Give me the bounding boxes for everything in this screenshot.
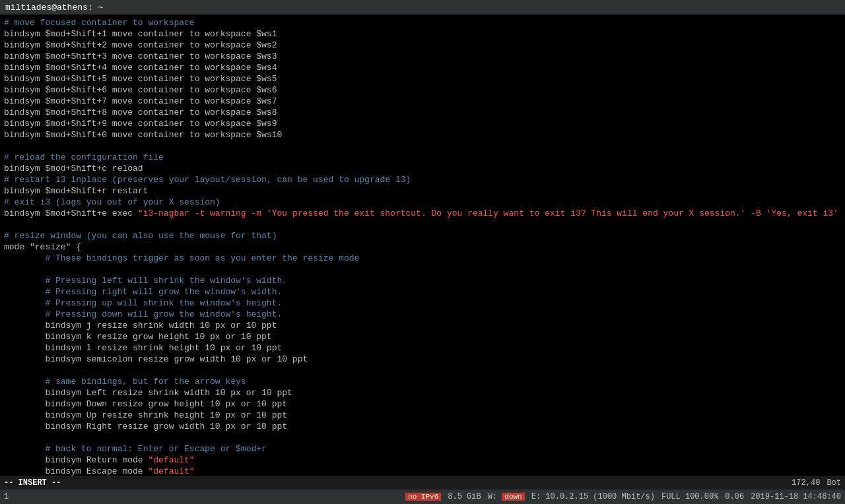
editor-line: bindsym Left resize shrink width 10 px o… xyxy=(4,387,841,398)
editor-line: # same bindings, but for the arrow keys xyxy=(4,376,841,387)
editor-line: # Pressing right will grow the window's … xyxy=(4,286,841,298)
editor-line: # resize window (you can also use the mo… xyxy=(4,230,841,241)
editor-line: # Pressing up will shrink the window's h… xyxy=(4,298,841,309)
editor-line: bindsym $mod+Shift+1 move container to w… xyxy=(4,28,841,40)
editor-line: # restart i3 inplace (preserves your lay… xyxy=(4,174,841,185)
editor-line: # move focused container to workspace xyxy=(4,17,841,28)
editor-line: bindsym j resize shrink width 10 px or 1… xyxy=(4,320,841,331)
editor-line xyxy=(4,141,841,152)
editor-line xyxy=(4,219,841,230)
editor-line xyxy=(4,365,841,376)
editor-line: bindsym $mod+Shift+6 move container to w… xyxy=(4,84,841,96)
mode-bar-right: 172,40 Bot xyxy=(792,478,841,488)
title-text: miltiades@athens: ~ xyxy=(5,3,103,13)
editor-line: bindsym $mod+Shift+9 move container to w… xyxy=(4,118,841,129)
editor-line: bindsym Up resize shrink height 10 px or… xyxy=(4,410,841,421)
editor-line: bindsym k resize grow height 10 px or 10… xyxy=(4,331,841,342)
editor-line: bindsym $mod+Shift+5 move container to w… xyxy=(4,73,841,84)
editor-line: bindsym $mod+Shift+r restart xyxy=(4,185,841,197)
mode-bar: -- INSERT -- 172,40 Bot xyxy=(0,476,845,489)
no-ipv6-label: no IPv6 xyxy=(405,493,441,501)
insert-mode-label: -- INSERT -- xyxy=(4,478,61,488)
status-bar-right: no IPv6 8.5 GiB W: down E: 10.0.2.15 (10… xyxy=(405,492,841,501)
load-status: 0.06 xyxy=(725,492,744,501)
workspace-number: 1 xyxy=(4,492,9,501)
editor-line: bindsym $mod+Shift+2 move container to w… xyxy=(4,40,841,51)
battery-status: FULL 100.00% xyxy=(661,492,718,501)
editor-line xyxy=(4,264,841,275)
editor-line: bindsym Return mode "default" xyxy=(4,455,841,466)
bot-label: Bot xyxy=(827,478,841,488)
mem-label: 8.5 GiB xyxy=(448,492,481,501)
editor-line: bindsym Down resize grow height 10 px or… xyxy=(4,398,841,410)
editor-line: bindsym l resize shrink height 10 px or … xyxy=(4,342,841,354)
editor-area[interactable]: # move focused container to workspacebin… xyxy=(0,15,845,476)
editor-line: bindsym $mod+Shift+0 move container to w… xyxy=(4,129,841,141)
editor-line: bindsym Right resize grow width 10 px or… xyxy=(4,421,841,432)
editor-line: # back to normal: Enter or Escape or $mo… xyxy=(4,443,841,455)
editor-line: bindsym $mod+Shift+4 move container to w… xyxy=(4,62,841,73)
editor-line: # exit i3 (logs you out of your X sessio… xyxy=(4,197,841,208)
editor-line: bindsym $mod+Shift+8 move container to w… xyxy=(4,107,841,118)
title-bar: miltiades@athens: ~ xyxy=(0,0,845,15)
editor-line: bindsym $mod+Shift+7 move container to w… xyxy=(4,96,841,107)
status-bar: 1 no IPv6 8.5 GiB W: down E: 10.0.2.15 (… xyxy=(0,489,845,504)
editor-line: bindsym $mod+Shift+c reload xyxy=(4,163,841,174)
datetime: 2019-11-18 14:48:40 xyxy=(751,492,841,501)
editor-line xyxy=(4,432,841,443)
editor-line: # Pressing left will shrink the window's… xyxy=(4,275,841,286)
cursor-position: 172,40 xyxy=(792,478,820,488)
editor-line: bindsym $mod+Shift+e exec "i3-nagbar -t … xyxy=(4,208,841,219)
eth-status: E: 10.0.2.15 (1000 Mbit/s) xyxy=(531,492,655,501)
editor-line: bindsym $mod+Shift+3 move container to w… xyxy=(4,51,841,62)
editor-content: # move focused container to workspacebin… xyxy=(4,17,841,476)
editor-line: # Pressing down will grow the window's h… xyxy=(4,309,841,320)
editor-line: # reload the configuration file xyxy=(4,152,841,163)
net-status: W: down xyxy=(488,492,525,501)
editor-line: mode "resize" { xyxy=(4,241,841,253)
editor-line: bindsym Escape mode "default" xyxy=(4,466,841,476)
editor-line: bindsym semicolon resize grow width 10 p… xyxy=(4,354,841,365)
editor-line: # These bindings trigger as soon as you … xyxy=(4,253,841,264)
